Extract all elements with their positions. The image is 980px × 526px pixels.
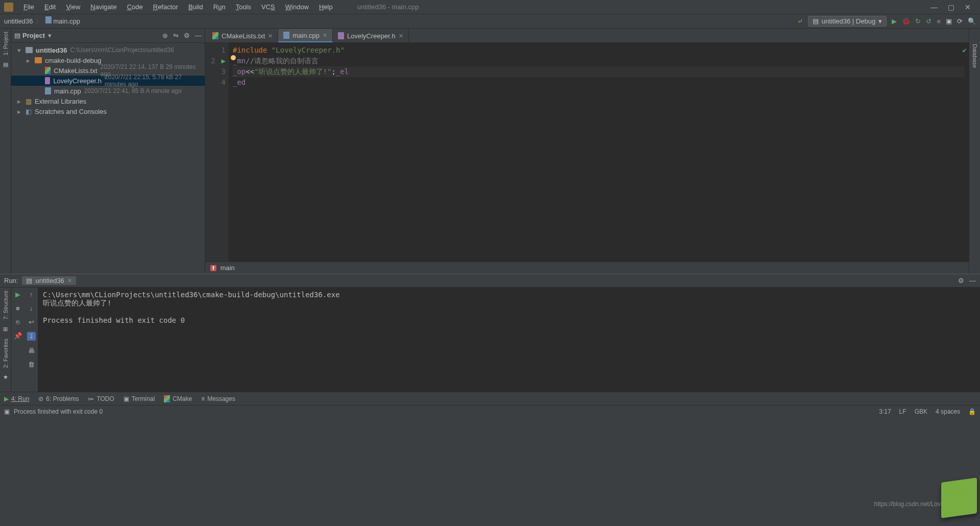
code-semicolon: ; bbox=[331, 67, 335, 76]
run-target-icon: ▤ bbox=[26, 277, 32, 284]
pin-icon[interactable]: 📌 bbox=[14, 332, 22, 340]
status-encoding[interactable]: GBK bbox=[915, 408, 927, 415]
menu-vcs[interactable]: VCS bbox=[257, 2, 279, 12]
menu-code[interactable]: Code bbox=[123, 2, 147, 12]
tab-cmakelists[interactable]: CMakeLists.txt ✕ bbox=[207, 29, 278, 42]
tree-file-lovelycreeper[interactable]: LovelyCreeper.h 2020/7/21 22:15, 5.78 kB… bbox=[11, 76, 205, 86]
side-favorites[interactable]: 2: Favorites bbox=[3, 339, 9, 368]
hide-panel-icon[interactable]: — bbox=[195, 32, 202, 39]
menu-build[interactable]: Build bbox=[184, 2, 207, 12]
tree-file-name: main.cpp bbox=[54, 87, 81, 95]
print-icon[interactable]: 🖶 bbox=[28, 347, 35, 354]
tree-file-maincpp[interactable]: main.cpp 2020/7/21 22:41, 85 B A minute … bbox=[11, 86, 205, 96]
bottom-tab-terminal[interactable]: ▣Terminal bbox=[124, 395, 155, 402]
side-structure[interactable]: 7: Structure bbox=[3, 291, 9, 320]
bottom-tool-tabs: ▶4: Run ⊘6: Problems ≔TODO ▣Terminal CMa… bbox=[0, 392, 980, 405]
editor-code-area[interactable]: #include "LovelyCreeper.h" _mn//请忽略我的自制语… bbox=[229, 43, 969, 261]
side-star-icon[interactable]: ★ bbox=[3, 374, 8, 380]
down-icon[interactable]: ↓ bbox=[30, 304, 33, 312]
tab-lovelycreeper[interactable]: LovelyCreeper.h ✕ bbox=[333, 29, 409, 42]
code-op: << bbox=[246, 67, 254, 76]
menu-file[interactable]: File bbox=[19, 2, 38, 12]
close-tab-icon[interactable]: ✕ bbox=[268, 33, 273, 39]
status-line-ending[interactable]: LF bbox=[899, 408, 906, 415]
context-function[interactable]: main bbox=[220, 264, 235, 272]
status-icon[interactable]: ▣ bbox=[4, 408, 10, 415]
tree-external-libraries[interactable]: ▸ ▥ External Libraries bbox=[11, 96, 205, 106]
inspection-ok-icon[interactable]: ✔ bbox=[963, 46, 967, 54]
menu-run[interactable]: Run bbox=[209, 2, 230, 12]
editor-context-bar: f main bbox=[205, 261, 969, 274]
close-tab-icon[interactable]: ✕ bbox=[399, 33, 403, 39]
gear-icon[interactable]: ⚙ bbox=[184, 32, 190, 39]
close-tab-icon[interactable]: ✕ bbox=[67, 277, 72, 284]
editor: CMakeLists.txt ✕ main.cpp ✕ LovelyCreepe… bbox=[205, 29, 969, 274]
bottom-tab-todo[interactable]: ≔TODO bbox=[88, 395, 114, 402]
menu-help[interactable]: Help bbox=[315, 2, 337, 12]
hide-panel-icon[interactable]: — bbox=[969, 277, 976, 284]
project-panel-title[interactable]: Project bbox=[22, 32, 45, 39]
side-icon[interactable]: ⊞ bbox=[3, 326, 8, 332]
tab-label: CMakeLists.txt bbox=[222, 32, 265, 40]
intention-bulb-icon[interactable] bbox=[231, 55, 236, 60]
menu-navigate[interactable]: Navigate bbox=[86, 2, 120, 12]
menu-refactor[interactable]: Refactor bbox=[149, 2, 182, 12]
breadcrumb[interactable]: untitled36 〉 main.cpp bbox=[4, 16, 80, 26]
update-icon[interactable]: ⟳ bbox=[957, 17, 963, 25]
tree-file-meta: 2020/7/21 22:15, 5.78 kB 27 minutes ago bbox=[105, 74, 202, 88]
header-file-icon bbox=[338, 32, 344, 39]
status-indent[interactable]: 4 spaces bbox=[936, 408, 960, 415]
profile-icon[interactable]: ↺ bbox=[926, 17, 932, 25]
exit-icon[interactable]: ⎋ bbox=[16, 318, 20, 326]
gear-icon[interactable]: ⚙ bbox=[958, 277, 964, 284]
build-hammer-icon[interactable]: ⤶ bbox=[797, 17, 803, 25]
cpp-file-icon bbox=[283, 32, 289, 39]
bottom-tab-problems[interactable]: ⊘6: Problems bbox=[38, 395, 79, 402]
debug-button-icon[interactable]: 🐞 bbox=[902, 17, 910, 25]
menu-view[interactable]: View bbox=[62, 2, 84, 12]
up-icon[interactable]: ↑ bbox=[30, 291, 33, 298]
soft-wrap-icon[interactable]: ↩ bbox=[29, 318, 34, 326]
status-caret-pos[interactable]: 3:17 bbox=[879, 408, 891, 415]
layout-icon[interactable]: ▣ bbox=[946, 17, 952, 25]
maximize-icon[interactable]: ▢ bbox=[948, 3, 954, 11]
tree-scratches[interactable]: ▸ ◧ Scratches and Consoles bbox=[11, 106, 205, 116]
stop-button-icon[interactable]: ■ bbox=[937, 17, 941, 25]
scroll-to-end-icon[interactable]: ↧ bbox=[27, 332, 36, 341]
right-strip-database[interactable]: Database bbox=[972, 44, 978, 68]
breadcrumb-project[interactable]: untitled36 bbox=[4, 17, 33, 25]
bottom-tab-messages[interactable]: ≡Messages bbox=[201, 395, 235, 402]
editor-body[interactable]: 1 2 ▶ 3 4 #include "LovelyCreeper.h" _mn… bbox=[205, 43, 969, 261]
bottom-tab-run[interactable]: ▶4: Run bbox=[4, 395, 29, 402]
run-config-selector[interactable]: ▤ untitled36 | Debug ▾ bbox=[808, 16, 887, 27]
run-console-output[interactable]: C:\Users\mm\CLionProjects\untitled36\cma… bbox=[38, 288, 980, 392]
run-panel-label: Run: bbox=[4, 277, 18, 284]
trash-icon[interactable]: 🗑 bbox=[28, 361, 35, 368]
tree-root[interactable]: ▾ untitled36 C:\Users\mm\CLionProjects\u… bbox=[11, 45, 205, 55]
terminal-icon: ▣ bbox=[124, 395, 129, 402]
status-lock-icon[interactable]: 🔒 bbox=[968, 408, 976, 415]
breadcrumb-file[interactable]: main.cpp bbox=[53, 17, 80, 25]
close-tab-icon[interactable]: ✕ bbox=[323, 32, 327, 39]
search-everywhere-icon[interactable]: 🔍 bbox=[968, 17, 976, 25]
left-strip-bookmark-icon[interactable]: ▤ bbox=[3, 61, 8, 68]
menu-edit[interactable]: Edit bbox=[40, 2, 60, 12]
left-strip-project[interactable]: 1: Project bbox=[3, 32, 9, 55]
run-gutter-icon[interactable]: ▶ bbox=[219, 56, 226, 66]
minimize-icon[interactable]: — bbox=[930, 3, 938, 11]
chevron-down-icon[interactable]: ▾ bbox=[48, 32, 52, 39]
coverage-icon[interactable]: ↻ bbox=[915, 17, 921, 25]
rerun-icon[interactable]: ▶ bbox=[15, 291, 20, 298]
project-tool-window: ▤ Project ▾ ⊕ ⇋ ⚙ — ▾ untitled36 C:\User… bbox=[11, 29, 205, 274]
menu-tools[interactable]: Tools bbox=[232, 2, 255, 12]
close-icon[interactable]: ✕ bbox=[965, 3, 971, 11]
tab-maincpp[interactable]: main.cpp ✕ bbox=[278, 29, 333, 42]
run-button-icon[interactable]: ▶ bbox=[892, 17, 897, 25]
run-panel-target-tab[interactable]: ▤ untitled36 ✕ bbox=[22, 276, 76, 285]
todo-icon: ≔ bbox=[88, 395, 94, 402]
bottom-tab-cmake[interactable]: CMake bbox=[164, 395, 192, 402]
locate-icon[interactable]: ⊕ bbox=[162, 32, 168, 39]
collapse-icon[interactable]: ⇋ bbox=[173, 32, 179, 39]
menu-window[interactable]: Window bbox=[281, 2, 313, 12]
stop-icon[interactable]: ■ bbox=[16, 304, 20, 312]
